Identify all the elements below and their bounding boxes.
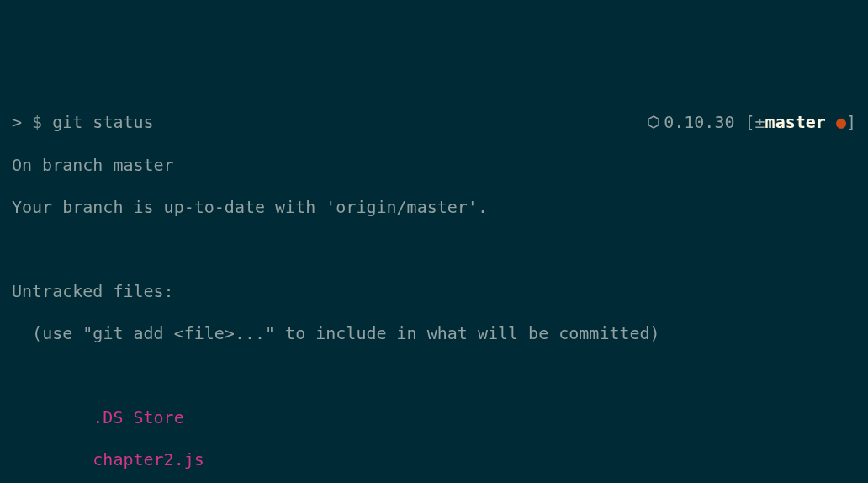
untracked-header: Untracked files: <box>12 281 856 302</box>
untracked-file: .DS_Store <box>93 407 183 427</box>
untracked-hint: (use "git add <file>..." to include in w… <box>12 323 856 344</box>
branch-name: master <box>765 112 826 132</box>
prompt-marker: > <box>12 112 22 132</box>
git-command: git status <box>52 112 153 132</box>
hexagon-icon <box>647 113 660 134</box>
branch-prefix: ± <box>755 112 765 132</box>
terminal-output[interactable]: > $ git status 0.10.30 [±master ●] On br… <box>12 91 856 483</box>
version-text: 0.10.30 <box>664 112 734 132</box>
untracked-file: chapter2.js <box>93 449 204 470</box>
right-status-1: 0.10.30 [±master ●] <box>647 112 856 134</box>
output-up-to-date: Your branch is up-to-date with 'origin/m… <box>12 197 856 218</box>
output-on-branch: On branch master <box>12 155 856 176</box>
dollar-sign: $ <box>32 112 42 132</box>
command-line-1: > $ git status 0.10.30 [±master ●] <box>12 112 856 134</box>
status-dot-icon: ● <box>836 112 846 132</box>
